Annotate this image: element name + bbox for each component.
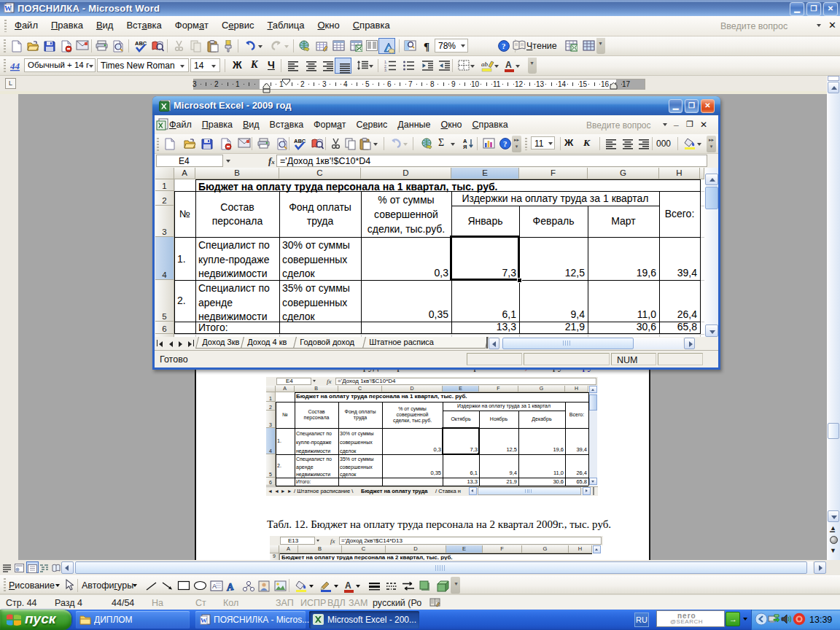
svg-text:Я: Я — [463, 144, 467, 149]
svg-text:А: А — [345, 580, 351, 591]
svg-text:?: ? — [503, 139, 508, 148]
svg-text:W: W — [201, 617, 207, 624]
svg-text:¶: ¶ — [424, 41, 429, 52]
svg-text:W: W — [4, 4, 12, 12]
svg-text:A: A — [212, 583, 217, 590]
svg-text:44: 44 — [10, 61, 20, 71]
svg-text:ABC: ABC — [135, 40, 147, 47]
svg-text:A: A — [226, 581, 234, 592]
svg-text:3.: 3. — [384, 68, 387, 71]
svg-text:ab: ab — [481, 61, 489, 68]
svg-text:ABC: ABC — [294, 138, 306, 144]
svg-text:Σ: Σ — [438, 137, 444, 148]
svg-text:?: ? — [502, 42, 506, 50]
svg-text:А: А — [505, 60, 512, 70]
